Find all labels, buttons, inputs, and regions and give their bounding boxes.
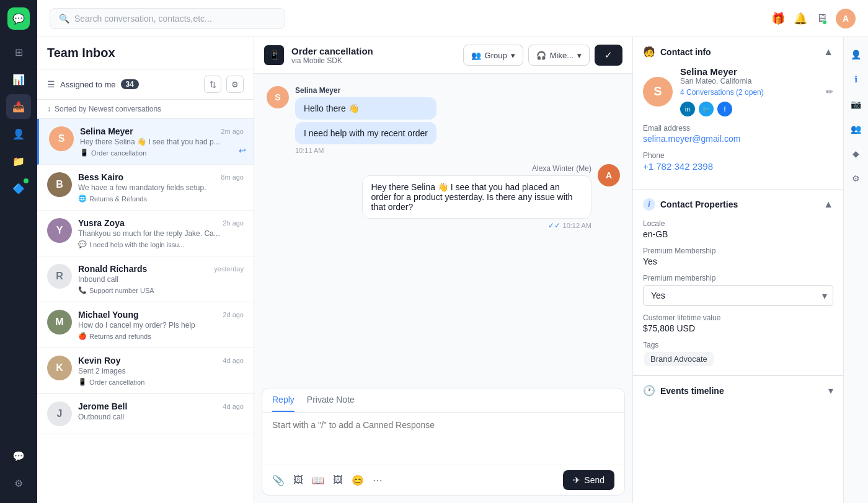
main-chat: 📱 Order cancellation via Mobile SDK 👥 Gr… — [254, 37, 632, 503]
filter-button[interactable]: ⚙ — [226, 76, 244, 93]
conv-item-bess[interactable]: B Bess Kairo 8m ago We have a few mandat… — [37, 165, 254, 211]
phone-label: Phone — [643, 151, 833, 160]
conv-preview-kevin: Sent 2 images — [78, 367, 244, 375]
group-button[interactable]: 👥 Group ▾ — [463, 45, 523, 66]
rp-icon-person[interactable]: 👤 — [846, 45, 866, 64]
nav-item-dashboard[interactable]: ⊞ — [6, 40, 31, 64]
user-avatar[interactable]: A — [836, 9, 856, 28]
sort-icon: ↕ — [47, 105, 51, 113]
tag-brand-advocate[interactable]: Brand Advocate — [644, 352, 714, 366]
conv-item-ronald[interactable]: R Ronald Richards yesterday Inbound call… — [37, 256, 254, 302]
section-header-left-events: 🕐 Events timeline — [643, 385, 724, 396]
reply-input[interactable] — [262, 413, 624, 462]
monitor-icon[interactable]: 🖥 — [816, 12, 827, 25]
more-icon[interactable]: ⋯ — [373, 475, 383, 486]
gift-icon[interactable]: 🎁 — [771, 12, 785, 25]
tab-reply[interactable]: Reply — [272, 388, 294, 412]
send-button[interactable]: ✈ Send — [563, 470, 614, 490]
chat-header-actions: 👥 Group ▾ 🎧 Mike... ▾ ✓ — [463, 45, 622, 66]
conv-tag-ronald: 📞 Support number USA — [78, 286, 244, 294]
sidebar: Team Inbox ☰ Assigned to me 34 ⇅ ⚙ ↕ Sor… — [37, 37, 254, 503]
conv-time-yusra: 2h ago — [223, 219, 244, 227]
clv-value: $75,808 USD — [643, 323, 833, 333]
search-bar[interactable]: 🔍 Search conversation, contacts,etc... — [50, 8, 285, 29]
contact-convos[interactable]: 4 Conversations (2 open) — [680, 88, 764, 97]
conv-item-selina[interactable]: S Selina Meyer 2m ago Hey there Selina 👋… — [37, 119, 254, 165]
conv-tag-selina: 📱 Order cancellation — [80, 149, 244, 157]
nav-item-inbox[interactable]: 📥 — [6, 94, 31, 119]
contact-name-block: Selina Meyer San Mateo, California 4 Con… — [680, 66, 764, 116]
attachment-icon[interactable]: 📎 — [272, 475, 285, 486]
nav-logo[interactable]: 💬 — [7, 7, 30, 30]
conv-item-yusra[interactable]: Y Yusra Zoya 2h ago Thankyou so much for… — [37, 211, 254, 256]
phone-value[interactable]: +1 782 342 2398 — [643, 161, 833, 172]
chat-title: Order cancellation — [291, 46, 456, 56]
right-panel-icons: 👤 ℹ 📷 👥 ◆ ⚙ — [843, 37, 868, 503]
resolve-button[interactable]: ✓ — [595, 45, 622, 66]
chat-messages: S Selina Meyer Hello there 👋 I need help… — [254, 74, 632, 380]
premium-value: Yes — [643, 256, 833, 266]
email-value[interactable]: selina.meyer@gmail.com — [643, 134, 833, 144]
locale-label: Locale — [643, 219, 833, 228]
sidebar-header: Team Inbox — [37, 37, 254, 69]
conv-avatar-yusra: Y — [47, 218, 72, 243]
events-timeline-header[interactable]: 🕐 Events timeline ▾ — [633, 376, 843, 405]
nav-item-chat[interactable]: 💬 — [6, 444, 31, 468]
nav-item-integrations[interactable]: 🔷 — [6, 176, 31, 201]
conv-avatar-bess: B — [47, 172, 72, 197]
emoji-icon[interactable]: 😊 — [352, 475, 364, 486]
edit-contact-button[interactable]: ✏ — [826, 87, 833, 97]
linkedin-icon[interactable]: in — [680, 102, 695, 116]
filter-icons: ⇅ ⚙ — [204, 76, 244, 93]
conv-avatar-michael: M — [47, 310, 72, 335]
reply-actions: 📎 🖼 📖 🖼 😊 ⋯ ✈ Send — [262, 465, 624, 495]
premium-select-label: Premium membership — [633, 274, 843, 282]
premium-select[interactable]: Yes No — [643, 285, 833, 306]
msg-sender-selina: Selina Meyer — [295, 86, 436, 95]
conv-tag-bess: 🌐 Returns & Refunds — [78, 195, 244, 203]
clock-icon: 🕐 — [643, 385, 655, 396]
filter-label: Assigned to me — [60, 80, 116, 89]
msg-group-outgoing: A Alexa Winter (Me) Hey there Selina 👋 I… — [267, 164, 620, 230]
events-timeline-title: Events timeline — [660, 386, 724, 396]
facebook-icon[interactable]: f — [717, 102, 732, 116]
rp-icon-info[interactable]: ℹ — [846, 69, 866, 89]
nav-item-contacts[interactable]: 👤 — [6, 121, 31, 146]
msg-bubble-hello: Hello there 👋 — [295, 97, 436, 120]
contact-info-header[interactable]: 🧑 Contact info ▲ — [633, 37, 843, 66]
contact-properties-header[interactable]: i Contact Properties ▲ — [633, 190, 843, 219]
conversation-list: S Selina Meyer 2m ago Hey there Selina 👋… — [37, 119, 254, 503]
contact-properties-section: i Contact Properties ▲ Locale en-GB Prem… — [633, 190, 843, 375]
rp-icon-users[interactable]: 👥 — [846, 119, 866, 139]
nav-item-settings[interactable]: ⚙ — [6, 471, 31, 496]
conv-item-kevin[interactable]: K Kevin Roy 4d ago Sent 2 images 📱 Order… — [37, 348, 254, 394]
conv-body-selina: Selina Meyer 2m ago Hey there Selina 👋 I… — [80, 126, 244, 157]
twitter-icon[interactable]: 🐦 — [699, 102, 714, 116]
image-icon[interactable]: 🖼 — [293, 475, 303, 486]
chat-subtitle: via Mobile SDK — [291, 56, 456, 65]
conv-item-jerome[interactable]: J Jerome Bell 4d ago Outbound call — [37, 394, 254, 434]
conv-tag-kevin: 📱 Order cancellation — [78, 378, 244, 386]
premium-membership-prop: Premium Membership Yes — [633, 247, 843, 266]
tab-private-note[interactable]: Private Note — [307, 388, 355, 412]
bell-icon[interactable]: 🔔 — [794, 12, 807, 25]
global-header: 🔍 Search conversation, contacts,etc... 🎁… — [37, 0, 868, 37]
rp-icon-camera[interactable]: 📷 — [846, 94, 866, 114]
gallery-icon[interactable]: 🖼 — [333, 475, 343, 486]
rp-icon-diamond[interactable]: ◆ — [846, 144, 866, 164]
conv-item-michael[interactable]: M Michael Young 2d ago How do I cancel m… — [37, 302, 254, 348]
rp-icon-settings[interactable]: ⚙ — [846, 168, 866, 188]
contact-name: Selina Meyer — [680, 66, 764, 77]
article-icon[interactable]: 📖 — [312, 475, 324, 486]
sort-button[interactable]: ⇅ — [204, 76, 221, 93]
contact-detail: S Selina Meyer San Mateo, California 4 C… — [633, 66, 843, 189]
agent-chevron: ▾ — [577, 51, 582, 60]
msg-sender-alexa: Alexa Winter (Me) — [532, 164, 591, 173]
nav-item-folder[interactable]: 📁 — [6, 149, 31, 173]
nav-item-reports[interactable]: 📊 — [6, 67, 31, 92]
conv-name-jerome: Jerome Bell — [78, 401, 127, 411]
sidebar-filter: ☰ Assigned to me 34 ⇅ ⚙ — [37, 69, 254, 100]
agent-button[interactable]: 🎧 Mike... ▾ — [528, 45, 590, 66]
reply-box: Reply Private Note 📎 🖼 📖 🖼 😊 ⋯ ✈ Send — [262, 388, 625, 496]
tags-label: Tags — [643, 341, 833, 349]
